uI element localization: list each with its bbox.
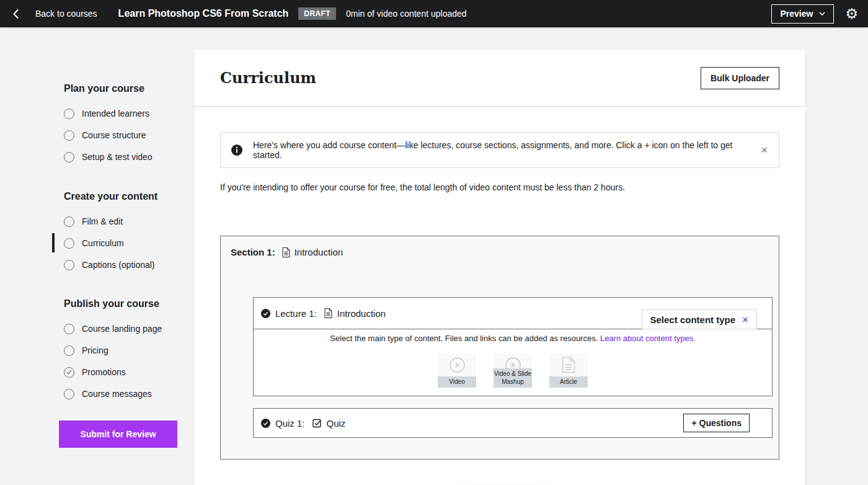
content-type-video-slide-mashup[interactable]: Video & Slide Mashup: [494, 354, 532, 388]
sidebar-item-intended-learners[interactable]: Intended learners: [64, 107, 182, 120]
content-type-picker: Select the main type of content. Files a…: [254, 329, 772, 396]
sidebar-item-promotions[interactable]: Promotions: [64, 366, 182, 378]
quiz-number-label: Quiz 1:: [275, 418, 305, 429]
sidebar-item-curriculum[interactable]: Curriculum: [64, 237, 182, 249]
content-type-article[interactable]: Article: [549, 354, 588, 388]
radio-circle-icon: [64, 345, 74, 356]
content-type-tab-label: Select content type: [650, 314, 736, 325]
sidebar-item-label: Promotions: [82, 367, 126, 377]
radio-circle-icon: [64, 389, 74, 399]
back-to-courses-link[interactable]: Back to courses: [35, 9, 97, 19]
sidebar-item-course-structure[interactable]: Course structure: [64, 129, 182, 141]
settings-gear-icon[interactable]: ⚙: [845, 7, 858, 21]
play-circle-icon: [438, 357, 476, 373]
preview-button[interactable]: Preview: [771, 4, 834, 24]
check-circle-icon: [261, 419, 270, 428]
section-number-label: Section 1:: [231, 247, 275, 257]
sidebar-item-film-edit[interactable]: Film & edit: [64, 215, 182, 228]
content-type-helper-text: Select the main type of content. Files a…: [254, 334, 772, 343]
sidebar-heading: Publish your course: [64, 298, 182, 310]
sidebar-item-label: Course messages: [82, 389, 152, 399]
close-icon[interactable]: ×: [760, 145, 769, 156]
curriculum-panel: Curriculum Bulk Uploader Here's where yo…: [194, 50, 805, 485]
sidebar-item-label: Curriculum: [82, 238, 124, 248]
radio-circle-icon: [64, 260, 74, 270]
lecture-title: Introduction: [337, 308, 386, 319]
helper-text: Select the main type of content. Files a…: [330, 334, 598, 343]
bulk-uploader-button[interactable]: Bulk Uploader: [701, 67, 779, 89]
close-icon[interactable]: ×: [742, 314, 748, 325]
radio-circle-icon: [64, 324, 74, 334]
topbar-actions: Preview ⚙: [771, 4, 858, 24]
section-header[interactable]: Section 1: Introduction: [231, 247, 773, 257]
add-questions-button[interactable]: + Questions: [683, 414, 750, 432]
sidebar-item-pricing[interactable]: Pricing: [64, 344, 182, 357]
radio-circle-icon: [64, 152, 74, 162]
quiz-title: Quiz: [327, 418, 346, 429]
tile-label: Video & Slide Mashup: [494, 368, 532, 388]
radio-circle-icon: [64, 130, 74, 141]
content-type-video[interactable]: Video: [438, 354, 476, 388]
radio-circle-icon: [64, 109, 74, 119]
curriculum-section: Section 1: Introduction Lecture 1:: [220, 236, 779, 460]
sidebar-item-label: Captions (optional): [82, 260, 155, 270]
panel-header: Curriculum Bulk Uploader: [194, 50, 805, 107]
radio-circle-icon: [64, 216, 74, 227]
sidebar-item-label: Setup & test video: [82, 152, 153, 162]
sidebar-item-label: Film & edit: [82, 216, 123, 226]
page-title: Curriculum: [220, 69, 316, 87]
tile-label: Video: [438, 376, 476, 388]
info-alert: Here's where you add course content—like…: [220, 132, 779, 168]
submit-for-review-button[interactable]: Submit for Review: [59, 420, 177, 448]
sidebar-item-label: Pricing: [82, 345, 108, 355]
sidebar-item-captions[interactable]: Captions (optional): [64, 259, 182, 271]
sidebar-item-setup-test-video[interactable]: Setup & test video: [64, 151, 182, 163]
check-circle-outline-icon: [64, 367, 74, 378]
quiz-item[interactable]: Quiz 1: Quiz + Questions: [253, 408, 773, 438]
alert-message: Here's where you add course content—like…: [253, 140, 750, 160]
radio-circle-icon: [64, 238, 74, 249]
sidebar-heading: Create your content: [64, 191, 182, 203]
free-course-note: If you're intending to offer your course…: [220, 182, 779, 192]
section-title: Introduction: [294, 247, 343, 257]
check-circle-icon: [261, 309, 270, 318]
sidebar-item-course-messages[interactable]: Course messages: [64, 388, 182, 400]
sidebar-group-plan: Plan your course Intended learners Cours…: [64, 83, 182, 172]
tile-label: Article: [549, 376, 588, 388]
lecture-number-label: Lecture 1:: [275, 308, 317, 319]
panel-body: Here's where you add course content—like…: [194, 132, 805, 460]
sidebar-group-create: Create your content Film & edit Curricul…: [64, 191, 182, 280]
sidebar-group-publish: Publish your course Course landing page …: [64, 298, 182, 409]
course-steps-sidebar: Plan your course Intended learners Cours…: [0, 27, 186, 485]
content-type-tiles: Video Video & Slide Mashup: [254, 354, 772, 388]
learn-about-content-types-link[interactable]: Learn about content types.: [600, 334, 696, 343]
lecture-header[interactable]: Lecture 1: Introduction Select content t…: [254, 298, 772, 329]
course-manage-page: Back to courses Learn Photoshop CS6 From…: [0, 0, 868, 485]
back-chevron-icon[interactable]: [10, 6, 22, 22]
sidebar-item-course-landing-page[interactable]: Course landing page: [64, 323, 182, 335]
select-content-type-tab: Select content type ×: [642, 309, 757, 329]
info-icon: [231, 144, 243, 156]
document-icon: [282, 247, 290, 257]
topbar: Back to courses Learn Photoshop CS6 From…: [0, 0, 868, 27]
sidebar-item-label: Course landing page: [82, 324, 162, 334]
sidebar-item-label: Intended learners: [82, 109, 149, 118]
article-icon: [549, 357, 588, 373]
active-step-indicator: [52, 233, 55, 252]
draft-status-badge: DRAFT: [298, 7, 336, 20]
quiz-checkbox-icon: [312, 419, 322, 428]
course-title: Learn Photoshop CS6 From Scratch: [118, 8, 289, 19]
video-upload-status: 0min of video content uploaded: [346, 9, 467, 19]
document-icon: [324, 308, 332, 318]
preview-button-label: Preview: [780, 9, 813, 19]
chevron-down-icon: [819, 12, 825, 16]
lecture-item: Lecture 1: Introduction Select content t…: [253, 297, 773, 396]
sidebar-heading: Plan your course: [64, 83, 182, 95]
sidebar-item-label: Course structure: [82, 130, 146, 140]
